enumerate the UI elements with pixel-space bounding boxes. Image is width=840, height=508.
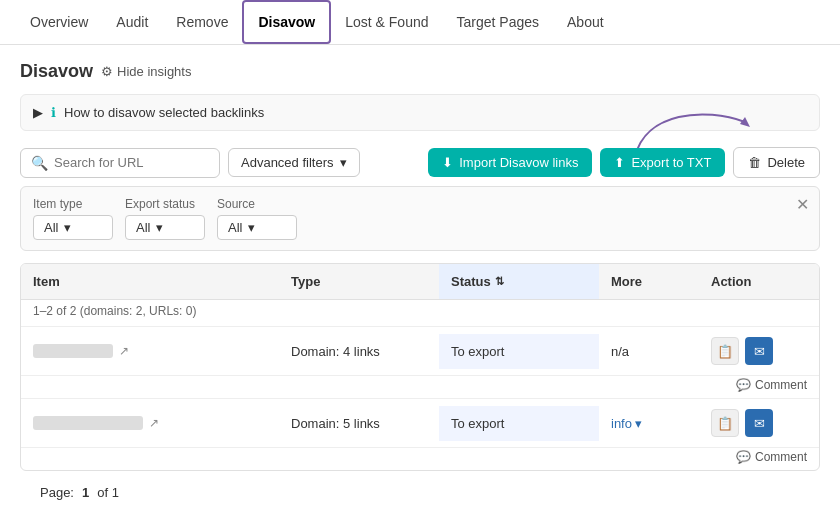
row2-item: ↗ (21, 406, 279, 440)
nav-item-audit[interactable]: Audit (102, 2, 162, 42)
disavow-button[interactable]: ✉ (745, 337, 773, 365)
copy-icon: 📋 (717, 344, 733, 359)
main-nav: OverviewAuditRemoveDisavowLost & FoundTa… (0, 0, 840, 45)
filters-row: Item type All ▾ Export status All ▾ Sour… (20, 186, 820, 251)
col-type: Type (279, 264, 439, 299)
info-icon: ℹ (51, 105, 56, 120)
chevron-down-icon: ▾ (340, 155, 347, 170)
row2-actions: 📋 ✉ (699, 399, 819, 447)
row1-comment-button[interactable]: 💬 Comment (736, 378, 807, 392)
row1-status: To export (439, 334, 599, 369)
col-action: Action (699, 264, 819, 299)
col-item: Item (21, 264, 279, 299)
row2-item-placeholder (33, 416, 143, 430)
delete-button[interactable]: 🗑 Delete (733, 147, 820, 178)
row2-type: Domain: 5 links (279, 406, 439, 441)
advanced-filters-button[interactable]: Advanced filters ▾ (228, 148, 360, 177)
table-subheader: 1–2 of 2 (domains: 2, URLs: 0) (21, 300, 819, 327)
row1-item-placeholder (33, 344, 113, 358)
comment-icon: 💬 (736, 378, 751, 392)
col-more: More (599, 264, 699, 299)
gear-icon: ⚙ (101, 64, 113, 79)
import-disavow-button[interactable]: ⬇ Import Disavow links (428, 148, 592, 177)
nav-item-about[interactable]: About (553, 2, 618, 42)
table-row: ↗ Domain: 5 links To export info ▾ 📋 ✉ (21, 399, 819, 448)
external-link-icon[interactable]: ↗ (119, 344, 129, 358)
export-status-select[interactable]: All ▾ (125, 215, 205, 240)
export-status-filter: Export status All ▾ (125, 197, 205, 240)
row2-comment-button[interactable]: 💬 Comment (736, 450, 807, 464)
search-box[interactable]: 🔍 (20, 148, 220, 178)
toolbar: 🔍 Advanced filters ▾ ⬇ Import Disavow li… (20, 147, 820, 178)
row2-more: info ▾ (599, 406, 699, 441)
close-filters-button[interactable]: ✕ (796, 195, 809, 214)
data-table: Item Type Status ⇅ More Action 1–2 of 2 … (20, 263, 820, 471)
chevron-right-icon: ▶ (33, 105, 43, 120)
comment-icon: 💬 (736, 450, 751, 464)
item-type-filter: Item type All ▾ (33, 197, 113, 240)
hide-insights-btn[interactable]: ⚙ Hide insights (101, 64, 191, 79)
disavow-button[interactable]: ✉ (745, 409, 773, 437)
nav-item-overview[interactable]: Overview (16, 2, 102, 42)
download-icon: ⬇ (442, 155, 453, 170)
search-icon: 🔍 (31, 155, 48, 171)
item-type-select[interactable]: All ▾ (33, 215, 113, 240)
chevron-down-icon: ▾ (64, 220, 71, 235)
copy-button[interactable]: 📋 (711, 409, 739, 437)
chevron-down-icon: ▾ (635, 416, 642, 431)
row1-actions: 📋 ✉ (699, 327, 819, 375)
row2-status: To export (439, 406, 599, 441)
row1-item: ↗ (21, 334, 279, 368)
disavow-icon: ✉ (754, 416, 765, 431)
row1-more: n/a (599, 334, 699, 369)
copy-icon: 📋 (717, 416, 733, 431)
trash-icon: 🗑 (748, 155, 761, 170)
page-title: Disavow (20, 61, 93, 82)
upload-icon: ⬆ (614, 155, 625, 170)
how-to-bar[interactable]: ▶ ℹ How to disavow selected backlinks (20, 94, 820, 131)
info-link[interactable]: info ▾ (611, 416, 687, 431)
nav-item-disavow[interactable]: Disavow (242, 0, 331, 44)
chevron-down-icon: ▾ (156, 220, 163, 235)
sort-icon[interactable]: ⇅ (495, 275, 504, 288)
copy-button[interactable]: 📋 (711, 337, 739, 365)
external-link-icon[interactable]: ↗ (149, 416, 159, 430)
chevron-down-icon: ▾ (248, 220, 255, 235)
row1-comment-row: 💬 Comment (21, 376, 819, 399)
row1-type: Domain: 4 links (279, 334, 439, 369)
pagination: Page: 1 of 1 (20, 471, 820, 508)
nav-item-lost-and-found[interactable]: Lost & Found (331, 2, 442, 42)
table-header: Item Type Status ⇅ More Action (21, 264, 819, 300)
disavow-icon: ✉ (754, 344, 765, 359)
table-row: ↗ Domain: 4 links To export n/a 📋 ✉ (21, 327, 819, 376)
col-status: Status ⇅ (439, 264, 599, 299)
row2-comment-row: 💬 Comment (21, 448, 819, 470)
source-filter: Source All ▾ (217, 197, 297, 240)
search-input[interactable] (54, 155, 209, 170)
source-select[interactable]: All ▾ (217, 215, 297, 240)
nav-item-target-pages[interactable]: Target Pages (443, 2, 554, 42)
export-txt-button[interactable]: ⬆ Export to TXT (600, 148, 725, 177)
nav-item-remove[interactable]: Remove (162, 2, 242, 42)
